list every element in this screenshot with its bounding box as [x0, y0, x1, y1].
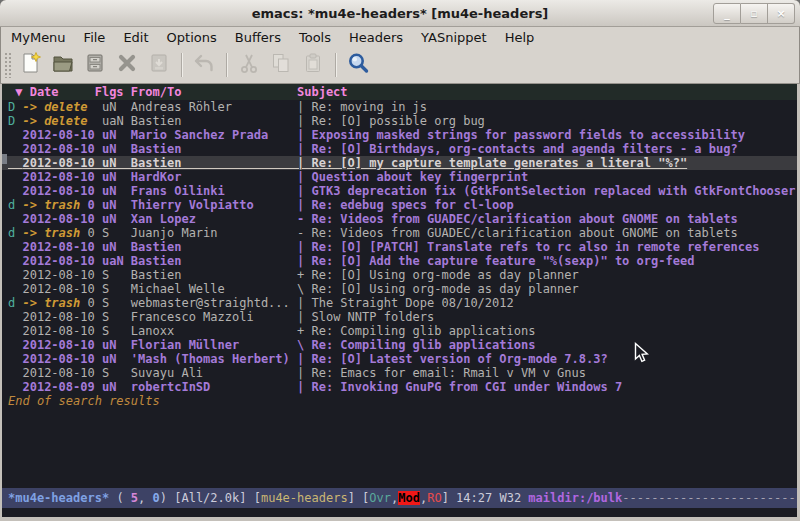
toolbar-separator — [181, 53, 182, 77]
save-as-button — [143, 50, 175, 80]
message-row[interactable]: d -> trash 0 uN Thierry Volpiatto | Re: … — [2, 198, 797, 212]
message-row[interactable]: 2012-08-10 S Lanoxx + Re: Compiling glib… — [2, 324, 797, 338]
save-button[interactable] — [79, 50, 111, 80]
message-row[interactable]: 2012-08-10 uN Frans Oilinki | GTK3 depre… — [2, 184, 797, 198]
emacs-window: emacs: *mu4e-headers* [mu4e-headers] _▫×… — [0, 0, 800, 521]
toolbar-drag-handle[interactable] — [4, 52, 11, 78]
search-button[interactable] — [342, 50, 374, 80]
modeline-segment: Ovr — [369, 491, 391, 505]
maximize-button[interactable]: ▫ — [741, 3, 768, 24]
save-as-icon — [147, 51, 171, 79]
message-row[interactable]: 2012-08-10 uN Bastien | Re: [O] Birthday… — [2, 142, 797, 156]
menu-item-file[interactable]: File — [75, 28, 115, 47]
window-title: emacs: *mu4e-headers* [mu4e-headers] — [252, 6, 549, 21]
toolbar-separator — [335, 53, 336, 77]
modeline-segment: , — [138, 491, 152, 505]
message-row[interactable]: D -> delete uN Andreas Röhler | Re: movi… — [2, 100, 797, 114]
modeline-segment: *mu4e-headers* — [8, 491, 109, 505]
new-file-icon — [19, 51, 43, 79]
menu-item-help[interactable]: Help — [496, 28, 544, 47]
menu-item-options[interactable]: Options — [158, 28, 226, 47]
modeline-segment: 14:27 W32 — [456, 491, 528, 505]
message-list: D -> delete uN Andreas Röhler | Re: movi… — [2, 100, 797, 394]
paste-button — [297, 50, 329, 80]
minibuffer[interactable] — [2, 508, 797, 517]
copy-button — [265, 50, 297, 80]
scrollbar-thumb[interactable] — [2, 154, 7, 164]
new-file-button[interactable] — [15, 50, 47, 80]
toolbar — [0, 47, 800, 83]
close-button[interactable]: × — [768, 3, 795, 24]
message-row[interactable]: D -> delete uaN Bastien | Re: [O] possib… — [2, 114, 797, 128]
frame-content: ▼ Date Flgs From/To Subject D -> delete … — [0, 83, 800, 521]
mode-line: *mu4e-headers* ( 5, 0) [All/2.0k] [mu4e-… — [2, 488, 797, 508]
empty-buffer-space — [2, 408, 797, 488]
window-controls: _▫× — [713, 3, 795, 24]
menu-item-yasnippet[interactable]: YASnippet — [412, 28, 496, 47]
modeline-segment: [ — [254, 491, 261, 505]
modeline-segment: mu4e-headers — [261, 491, 348, 505]
modeline-segment: ( — [109, 491, 131, 505]
copy-icon — [269, 51, 293, 79]
message-row[interactable]: d -> trash 0 S Juanjo Marin - Re: Videos… — [2, 226, 797, 240]
message-row[interactable]: 2012-08-10 uN Bastien | Re: [O] [PATCH] … — [2, 240, 797, 254]
modeline-segment: ] — [442, 491, 456, 505]
close-icon — [115, 51, 139, 79]
message-row[interactable]: 2012-08-10 uN 'Mash (Thomas Herbert) | R… — [2, 352, 797, 366]
cut-icon — [237, 51, 261, 79]
undo-icon — [192, 51, 216, 79]
menu-item-buffers[interactable]: Buffers — [226, 28, 290, 47]
menu-item-headers[interactable]: Headers — [340, 28, 412, 47]
modeline-segment: maildir:/bulk — [528, 491, 622, 505]
modeline-segment: [All/2.0k] — [174, 491, 253, 505]
message-row[interactable]: 2012-08-10 uN Bastien | Re: [O] my captu… — [2, 156, 797, 170]
message-row[interactable]: 2012-08-10 S Suvayu Ali | Re: Emacs for … — [2, 366, 797, 380]
message-row[interactable]: 2012-08-10 S Bastien + Re: [O] Using org… — [2, 268, 797, 282]
title-bar: emacs: *mu4e-headers* [mu4e-headers] _▫× — [0, 0, 800, 27]
toolbar-separator — [226, 53, 227, 77]
minimize-button[interactable]: _ — [713, 3, 741, 24]
message-row[interactable]: d -> trash 0 S webmaster@straightd... | … — [2, 296, 797, 310]
undo-button — [188, 50, 220, 80]
message-row[interactable]: 2012-08-10 S Michael Welle \ Re: [O] Usi… — [2, 282, 797, 296]
menu-item-mymenu[interactable]: MyMenu — [2, 28, 75, 47]
save-icon — [83, 51, 107, 79]
mu4e-headers-buffer: ▼ Date Flgs From/To Subject D -> delete … — [2, 84, 797, 517]
modeline-segment: 5 — [131, 491, 138, 505]
message-row[interactable]: 2012-08-10 S Francesco Mazzoli | Slow NN… — [2, 310, 797, 324]
search-icon — [346, 51, 370, 79]
modeline-segment: RO — [427, 491, 441, 505]
message-row[interactable]: 2012-08-10 uaN Bastien | Re: [O] Add the… — [2, 254, 797, 268]
headers-column-header[interactable]: ▼ Date Flgs From/To Subject — [2, 84, 797, 100]
modeline-segment: ) — [160, 491, 174, 505]
cut-button — [233, 50, 265, 80]
message-row[interactable]: 2012-08-10 uN HardKor | Question about k… — [2, 170, 797, 184]
end-of-search-text: End of search results — [2, 394, 797, 408]
modeline-segment: ----------------------------------------… — [622, 491, 797, 505]
modeline-segment: Mod — [398, 491, 420, 505]
modeline-segment: 0 — [153, 491, 160, 505]
message-row[interactable]: 2012-08-10 uN Mario Sanchez Prada | Expo… — [2, 128, 797, 142]
paste-icon — [301, 51, 325, 79]
message-row[interactable]: 2012-08-10 uN Florian Müllner \ Re: Comp… — [2, 338, 797, 352]
open-folder-icon — [51, 51, 75, 79]
modeline-segment: ] — [348, 491, 362, 505]
message-row[interactable]: 2012-08-09 uN robertcInSD | Re: Invoking… — [2, 380, 797, 394]
close-button[interactable] — [111, 50, 143, 80]
menu-bar: MyMenuFileEditOptionsBuffersToolsHeaders… — [0, 27, 800, 47]
menu-item-edit[interactable]: Edit — [114, 28, 157, 47]
open-folder-button[interactable] — [47, 50, 79, 80]
menu-item-tools[interactable]: Tools — [290, 28, 340, 47]
message-row[interactable]: 2012-08-10 uN Xan Lopez - Re: Videos fro… — [2, 212, 797, 226]
